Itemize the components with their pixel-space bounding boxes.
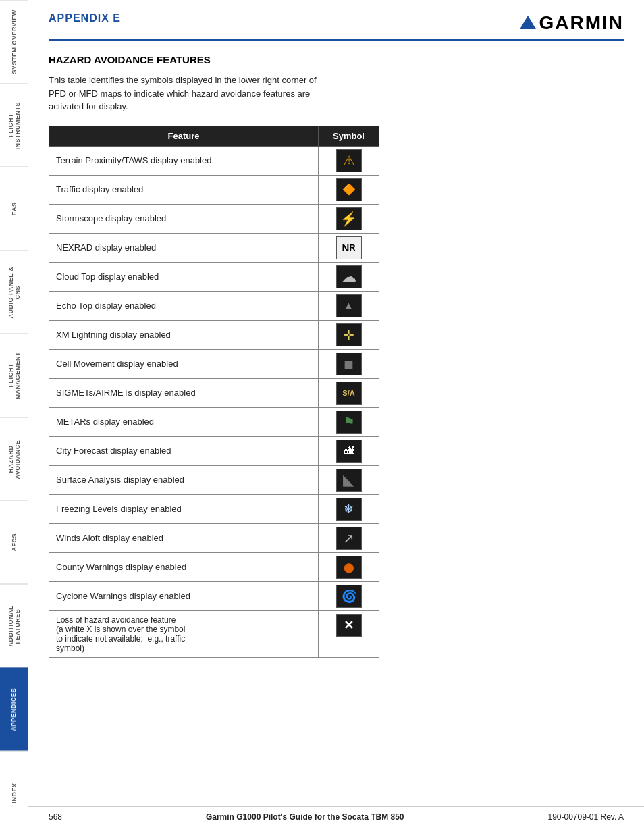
col-header-feature: Feature <box>49 126 319 146</box>
feature-label: NEXRAD display enabled <box>49 233 319 262</box>
feature-label: SIGMETs/AIRMETs display enabled <box>49 378 319 407</box>
surface-symbol-icon <box>336 469 362 492</box>
feature-label: City Forecast display enabled <box>49 436 319 465</box>
table-row: Stormscope display enabled <box>49 204 379 233</box>
table-row: Winds Aloft display enabled <box>49 523 379 552</box>
table-row: SIGMETs/AIRMETs display enabled S/A <box>49 378 379 407</box>
table-row: Cloud Top display enabled <box>49 262 379 291</box>
feature-label: Surface Analysis display enabled <box>49 465 319 494</box>
symbol-cell <box>319 494 379 523</box>
county-symbol-icon <box>336 556 362 579</box>
symbol-cell <box>319 552 379 581</box>
symbol-cell <box>319 175 379 204</box>
feature-label: METARs display enabled <box>49 407 319 436</box>
symbol-cell <box>319 204 379 233</box>
feature-label: Loss of hazard avoidance feature(a white… <box>49 610 319 657</box>
cloud-symbol-icon <box>336 265 362 288</box>
traffic-symbol-icon <box>336 178 362 201</box>
feature-label: County Warnings display enabled <box>49 552 319 581</box>
symbol-cell <box>319 436 379 465</box>
echotop-symbol-icon <box>336 294 362 317</box>
sidebar-item-eas[interactable]: EAS <box>0 167 28 251</box>
table-row: Freezing Levels display enabled <box>49 494 379 523</box>
feature-label: Cloud Top display enabled <box>49 262 319 291</box>
table-row: Traffic display enabled <box>49 175 379 204</box>
symbol-cell <box>319 407 379 436</box>
page-header: APPENDIX E GARMIN <box>49 0 624 41</box>
page-footer: 568 Garmin G1000 Pilot's Guide for the S… <box>28 806 644 822</box>
table-row: City Forecast display enabled <box>49 436 379 465</box>
sidebar-item-system-overview[interactable]: SYSTEM OVERVIEW <box>0 0 28 84</box>
table-row: Surface Analysis display enabled <box>49 465 379 494</box>
symbol-cell <box>319 262 379 291</box>
section-title: HAZARD AVOIDANCE FEATURES <box>49 54 624 66</box>
cyclone-symbol-icon <box>336 585 362 608</box>
table-row: Echo Top display enabled <box>49 291 379 320</box>
table-row: NEXRAD display enabled NR <box>49 233 379 262</box>
feature-label: Echo Top display enabled <box>49 291 319 320</box>
symbol-cell <box>319 523 379 552</box>
col-header-symbol: Symbol <box>319 126 379 146</box>
sidebar-item-hazard-avoidance[interactable]: HAZARD AVOIDANCE <box>0 417 28 501</box>
table-row: XM Lightning display enabled <box>49 320 379 349</box>
sigmet-symbol-icon: S/A <box>336 382 362 405</box>
metars-symbol-icon <box>336 411 362 434</box>
loss-symbol-icon <box>336 614 362 637</box>
feature-label: Terrain Proximity/TAWS display enabled <box>49 146 319 175</box>
sidebar-item-appendices[interactable]: APPENDICES <box>0 667 28 751</box>
terrain-symbol-icon <box>336 149 362 172</box>
footer-title: Garmin G1000 Pilot's Guide for the Socat… <box>206 812 404 822</box>
symbol-cell <box>319 146 379 175</box>
symbol-cell <box>319 349 379 378</box>
section-description: This table identifies the symbols displa… <box>49 74 332 113</box>
table-row: Loss of hazard avoidance feature(a white… <box>49 610 379 657</box>
nexrad-symbol-icon: NR <box>336 236 362 259</box>
freezing-symbol-icon <box>336 498 362 521</box>
symbol-cell <box>319 581 379 610</box>
sidebar-item-audio-panel[interactable]: AUDIO PANEL & CNS <box>0 251 28 334</box>
symbol-cell <box>319 320 379 349</box>
feature-label: Traffic display enabled <box>49 175 319 204</box>
garmin-logo: GARMIN <box>520 12 624 34</box>
appendix-label: APPENDIX E <box>49 12 121 24</box>
table-row: METARs display enabled <box>49 407 379 436</box>
sidebar-item-index[interactable]: INDEX <box>0 751 28 835</box>
feature-label: Freezing Levels display enabled <box>49 494 319 523</box>
stormscope-symbol-icon <box>336 207 362 230</box>
features-table: Feature Symbol Terrain Proximity/TAWS di… <box>49 126 379 658</box>
main-content: APPENDIX E GARMIN HAZARD AVOIDANCE FEATU… <box>28 0 644 678</box>
feature-label: Stormscope display enabled <box>49 204 319 233</box>
feature-label: Cyclone Warnings display enabled <box>49 581 319 610</box>
feature-label: XM Lightning display enabled <box>49 320 319 349</box>
garmin-triangle-icon <box>520 16 536 29</box>
sidebar-item-flight-management[interactable]: FLIGHT MANAGEMENT <box>0 334 28 417</box>
city-symbol-icon <box>336 440 362 463</box>
lightning-symbol-icon <box>336 323 362 346</box>
symbol-cell <box>319 465 379 494</box>
table-row: Terrain Proximity/TAWS display enabled <box>49 146 379 175</box>
sidebar-item-flight-instruments[interactable]: FLIGHT INSTRUMENTS <box>0 84 28 167</box>
sidebar-item-afcs[interactable]: AFCS <box>0 500 28 584</box>
table-row: Cell Movement display enabled <box>49 349 379 378</box>
feature-label: Cell Movement display enabled <box>49 349 319 378</box>
garmin-logo-text: GARMIN <box>539 12 624 34</box>
table-row: County Warnings display enabled <box>49 552 379 581</box>
page-number: 568 <box>49 812 62 822</box>
sidebar-item-additional-features[interactable]: ADDITIONAL FEATURES <box>0 584 28 668</box>
table-row: Cyclone Warnings display enabled <box>49 581 379 610</box>
symbol-cell <box>319 610 379 657</box>
footer-revision: 190-00709-01 Rev. A <box>547 812 624 822</box>
feature-label: Winds Aloft display enabled <box>49 523 319 552</box>
symbol-cell: NR <box>319 233 379 262</box>
winds-symbol-icon <box>336 527 362 550</box>
cell-symbol-icon <box>336 353 362 375</box>
symbol-cell: S/A <box>319 378 379 407</box>
side-navigation: SYSTEM OVERVIEW FLIGHT INSTRUMENTS EAS A… <box>0 0 28 834</box>
symbol-cell <box>319 291 379 320</box>
